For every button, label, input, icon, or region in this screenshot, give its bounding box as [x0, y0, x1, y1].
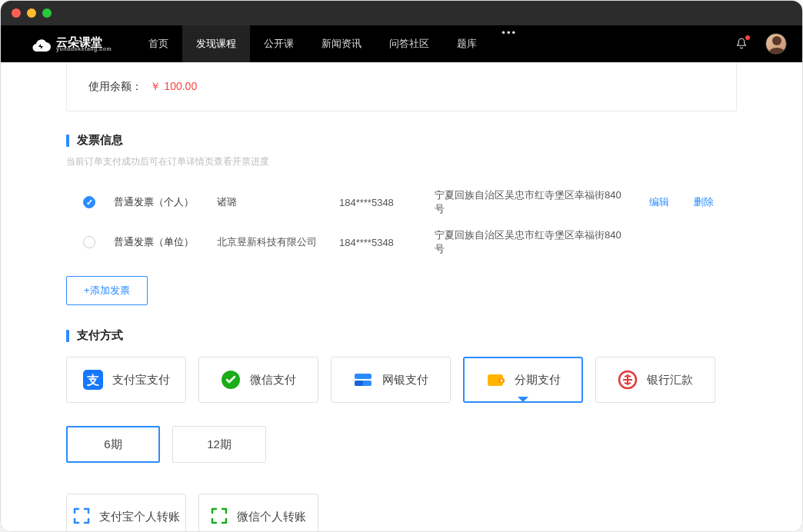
brand-sub: yunduoketang.com [56, 46, 112, 52]
invoice-section-title: 发票信息 [66, 133, 737, 148]
invoice-edit-link[interactable]: 编辑 [649, 195, 669, 209]
wallet-icon [485, 370, 505, 390]
pay-method-label: 支付宝支付 [112, 373, 170, 387]
transfer-label: 支付宝个人转账 [99, 510, 180, 524]
pay-method-wechat[interactable]: 微信支付 [198, 357, 318, 403]
transfer-row: 支付宝个人转账 微信个人转账 [66, 494, 737, 531]
term-option-6[interactable]: 6期 [66, 426, 160, 463]
pay-method-unionpay[interactable]: 网银支付 [331, 357, 451, 403]
cloud-icon [32, 36, 52, 52]
nav-item-home[interactable]: 首页 [135, 25, 182, 62]
svg-text:支: 支 [86, 374, 99, 387]
notification-bell-icon[interactable] [735, 37, 748, 51]
invoice-phone: 184****5348 [339, 237, 416, 248]
bank-icon [618, 370, 638, 390]
nav-item-discover[interactable]: 发现课程 [182, 25, 250, 62]
main-content: 使用余额： ￥ 100.00 发票信息 当前订单支付成功后可在订单详情页查看开票… [1, 62, 802, 531]
invoice-type: 普通发票（单位） [114, 235, 198, 249]
svg-rect-5 [355, 381, 363, 386]
svg-point-8 [501, 380, 503, 382]
nav-menu: 首页 发现课程 公开课 新闻资讯 问答社区 题库 ••• [135, 25, 523, 62]
balance-amount: ￥ 100.00 [150, 80, 197, 92]
wechat-icon [221, 370, 241, 390]
invoice-type: 普通发票（个人） [114, 195, 198, 209]
window-close-button[interactable] [12, 8, 21, 18]
pay-method-label: 网银支付 [382, 373, 428, 387]
scan-green-icon [211, 507, 228, 527]
nav-more-icon[interactable]: ••• [495, 25, 523, 39]
invoice-name: 诸璐 [217, 195, 321, 209]
pay-method-label: 分期支付 [515, 373, 561, 387]
invoice-radio-company[interactable] [83, 236, 95, 248]
nav-item-open-course[interactable]: 公开课 [250, 25, 308, 62]
unionpay-icon [353, 370, 373, 390]
transfer-alipay-personal[interactable]: 支付宝个人转账 [66, 494, 186, 531]
notification-dot [745, 35, 750, 40]
invoice-section-subtitle: 当前订单支付成功后可在订单详情页查看开票进度 [66, 155, 737, 168]
app-window: 云朵课堂 yunduoketang.com 首页 发现课程 公开课 新闻资讯 问… [0, 0, 803, 532]
nav-item-qa[interactable]: 问答社区 [375, 25, 443, 62]
transfer-wechat-personal[interactable]: 微信个人转账 [198, 494, 318, 531]
transfer-label: 微信个人转账 [237, 510, 306, 524]
add-invoice-button[interactable]: +添加发票 [66, 276, 148, 305]
balance-label: 使用余额： [88, 80, 142, 92]
invoice-row-company[interactable]: 普通发票（单位） 北京昱新科技有限公司 184****5348 宁夏回族自治区吴… [66, 222, 737, 262]
invoice-delete-link[interactable]: 删除 [694, 195, 714, 209]
payment-methods-row: 支 支付宝支付 微信支付 网银支付 分期支付 银行汇款 [66, 357, 737, 403]
invoice-radio-personal[interactable] [83, 196, 95, 208]
scan-blue-icon [73, 507, 90, 527]
term-option-12[interactable]: 12期 [172, 426, 266, 463]
invoice-address: 宁夏回族自治区吴忠市红寺堡区幸福街840号 [435, 188, 631, 216]
nav-item-question-bank[interactable]: 题库 [443, 25, 491, 62]
nav-item-news[interactable]: 新闻资讯 [308, 25, 375, 62]
invoice-address: 宁夏回族自治区吴忠市红寺堡区幸福街840号 [435, 228, 631, 256]
pay-method-bank[interactable]: 银行汇款 [595, 357, 715, 403]
window-maximize-button[interactable] [42, 8, 52, 18]
pay-method-label: 银行汇款 [647, 373, 693, 387]
invoice-row-personal[interactable]: 普通发票（个人） 诸璐 184****5348 宁夏回族自治区吴忠市红寺堡区幸福… [66, 182, 737, 222]
invoice-name: 北京昱新科技有限公司 [217, 235, 321, 249]
window-titlebar [1, 1, 802, 25]
installment-terms-row: 6期 12期 [66, 426, 737, 463]
window-minimize-button[interactable] [27, 8, 36, 18]
balance-panel: 使用余额： ￥ 100.00 [66, 62, 737, 111]
pay-method-label: 微信支付 [250, 373, 296, 387]
brand-logo[interactable]: 云朵课堂 yunduoketang.com [32, 36, 112, 52]
user-avatar[interactable] [765, 33, 787, 55]
payment-section-title: 支付方式 [66, 328, 737, 343]
alipay-icon: 支 [83, 370, 103, 390]
top-nav-bar: 云朵课堂 yunduoketang.com 首页 发现课程 公开课 新闻资讯 问… [1, 25, 802, 62]
pay-method-alipay[interactable]: 支 支付宝支付 [66, 357, 186, 403]
pay-method-installment[interactable]: 分期支付 [463, 357, 583, 403]
invoice-phone: 184****5348 [339, 197, 416, 208]
svg-rect-3 [355, 374, 372, 379]
